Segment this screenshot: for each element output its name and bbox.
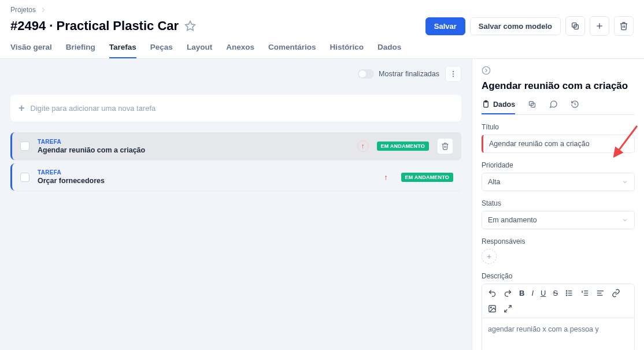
expand-icon	[504, 304, 512, 313]
titulo-input[interactable]	[482, 135, 635, 153]
bullet-list-icon	[565, 289, 573, 297]
add-task-placeholder: Digite para adicionar uma nova tarefa	[31, 104, 156, 113]
svg-marker-0	[186, 21, 195, 31]
copy-icon	[571, 21, 580, 31]
tab-anexos[interactable]: Anexos	[226, 43, 254, 58]
tab-visão-geral[interactable]: Visão geral	[10, 43, 52, 58]
trash-icon	[619, 21, 628, 31]
panel-title: Agendar reunião com a criação	[482, 80, 635, 92]
image-button[interactable]	[488, 304, 497, 313]
plus-icon	[595, 21, 604, 31]
breadcrumb-root[interactable]: Projetos	[10, 6, 36, 14]
add-button[interactable]	[590, 16, 609, 36]
descricao-editor[interactable]: agendar reunião x com a pessoa y	[482, 318, 635, 350]
svg-point-19	[567, 295, 567, 296]
numbered-list-icon	[580, 289, 589, 297]
tab-briefing[interactable]: Briefing	[66, 43, 95, 58]
main-tabs: Visão geralBriefingTarefasPeçasLayoutAne…	[0, 36, 644, 59]
task-list-panel: Mostrar finalizadas + Digite para adicio…	[0, 59, 472, 350]
clipboard-icon	[482, 100, 490, 109]
align-icon	[596, 289, 605, 297]
chevron-right-icon	[39, 6, 47, 14]
underline-button[interactable]: U	[541, 289, 546, 297]
task-title: Orçar fornecedores	[38, 177, 371, 185]
svg-point-5	[453, 71, 454, 72]
show-finished-toggle[interactable]	[358, 69, 374, 79]
italic-button[interactable]: I	[531, 289, 534, 297]
comment-icon	[549, 100, 558, 109]
image-icon	[488, 304, 497, 313]
bullet-list-button[interactable]	[565, 289, 573, 297]
redo-icon	[504, 289, 512, 297]
svg-point-6	[453, 73, 454, 75]
delete-button[interactable]	[614, 16, 634, 36]
editor-toolbar: B I U S	[482, 284, 635, 318]
svg-point-8	[482, 66, 490, 74]
prioridade-select[interactable]: Alta	[482, 173, 635, 191]
history-icon	[571, 100, 579, 109]
status-select[interactable]: Em andamento	[482, 211, 635, 229]
more-options-button[interactable]	[445, 66, 461, 82]
plus-icon: +	[18, 102, 25, 114]
external-link-icon	[528, 100, 536, 109]
panel-tab-links[interactable]	[528, 100, 536, 114]
link-button[interactable]	[612, 289, 620, 297]
page-title: #2494 · Practical Plastic Car	[10, 18, 179, 33]
align-button[interactable]	[596, 289, 605, 297]
delete-task-button[interactable]	[437, 138, 453, 154]
panel-tab-dados[interactable]: Dados	[482, 100, 515, 114]
save-as-model-button[interactable]: Salvar como modelo	[470, 17, 561, 35]
trash-icon	[441, 142, 449, 150]
task-row[interactable]: TAREFAOrçar fornecedores↑EM ANDAMENTO	[10, 163, 461, 191]
numbered-list-button[interactable]	[580, 289, 589, 297]
link-icon	[612, 289, 620, 297]
panel-tab-comments[interactable]	[549, 100, 558, 114]
add-responsavel-button[interactable]: +	[482, 249, 497, 264]
task-checkbox[interactable]	[20, 142, 29, 151]
collapse-panel-button[interactable]	[482, 66, 635, 77]
tab-comentários[interactable]: Comentários	[268, 43, 316, 58]
bold-button[interactable]: B	[519, 289, 524, 297]
svg-point-7	[453, 76, 454, 77]
task-title: Agendar reunião com a criação	[38, 146, 349, 154]
duplicate-button[interactable]	[565, 16, 585, 36]
strikethrough-button[interactable]: S	[553, 289, 558, 297]
tab-tarefas[interactable]: Tarefas	[109, 43, 136, 58]
prioridade-label: Prioridade	[482, 161, 635, 169]
chevron-down-icon	[621, 217, 628, 224]
svg-point-17	[567, 291, 567, 291]
star-icon[interactable]	[184, 20, 196, 32]
save-button[interactable]: Salvar	[425, 17, 465, 35]
breadcrumb[interactable]: Projetos	[10, 6, 634, 14]
chevron-right-circle-icon	[482, 66, 491, 75]
task-row[interactable]: TAREFAAgendar reunião com a criação↑EM A…	[10, 132, 461, 160]
status-badge: EM ANDAMENTO	[377, 142, 429, 151]
chevron-down-icon	[621, 178, 628, 185]
task-detail-panel: Agendar reunião com a criação Dados Títu…	[472, 59, 644, 350]
svg-point-27	[490, 307, 491, 308]
svg-point-18	[567, 293, 567, 293]
tab-layout[interactable]: Layout	[187, 43, 212, 58]
task-type-label: TAREFA	[38, 169, 371, 176]
titulo-label: Título	[482, 123, 635, 131]
status-label: Status	[482, 199, 635, 207]
undo-icon	[488, 289, 497, 297]
priority-high-icon: ↑	[357, 140, 369, 152]
tab-dados[interactable]: Dados	[377, 43, 401, 58]
tab-peças[interactable]: Peças	[150, 43, 173, 58]
task-type-label: TAREFA	[38, 139, 349, 145]
panel-tab-history[interactable]	[571, 100, 579, 114]
descricao-label: Descrição	[482, 272, 635, 280]
priority-high-icon: ↑	[379, 173, 393, 182]
add-task-input[interactable]: + Digite para adicionar uma nova tarefa	[10, 95, 461, 122]
svg-line-28	[509, 306, 511, 308]
show-finished-label: Mostrar finalizadas	[379, 70, 439, 78]
status-badge: EM ANDAMENTO	[401, 173, 453, 182]
responsaveis-label: Responsáveis	[482, 237, 635, 245]
task-checkbox[interactable]	[20, 173, 29, 182]
tab-histórico[interactable]: Histórico	[330, 43, 364, 58]
undo-button[interactable]	[488, 289, 497, 297]
redo-button[interactable]	[504, 289, 512, 297]
dots-vertical-icon	[449, 70, 457, 78]
expand-button[interactable]	[504, 304, 512, 313]
